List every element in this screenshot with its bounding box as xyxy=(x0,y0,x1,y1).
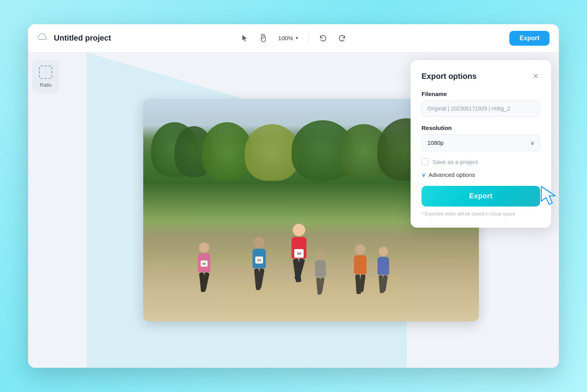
filename-label: Filename xyxy=(422,91,540,97)
export-note: * Exported video will be saved in cloud … xyxy=(422,211,540,217)
advanced-options-label: Advanced options xyxy=(429,171,475,178)
resolution-select[interactable]: 1080p ∨ xyxy=(422,134,540,151)
zoom-level: 100% xyxy=(278,35,293,41)
redo-button[interactable] xyxy=(334,31,349,46)
export-panel-title: Export options xyxy=(422,72,477,81)
filename-input[interactable] xyxy=(422,100,540,117)
hand-tool-button[interactable] xyxy=(256,31,271,46)
resolution-chevron-icon: ∨ xyxy=(530,140,534,146)
project-title: Untitled project xyxy=(54,34,111,43)
export-header-button[interactable]: Export xyxy=(509,31,550,46)
export-panel-header: Export options ✕ xyxy=(422,71,540,81)
advanced-options-row[interactable]: ∨ Advanced options xyxy=(422,171,540,178)
ratio-label: Ratio xyxy=(40,82,52,88)
save-project-row: Save as a project xyxy=(422,158,540,165)
toolbar-divider xyxy=(308,32,309,45)
save-project-label: Save as a project xyxy=(432,159,478,165)
save-project-checkbox[interactable] xyxy=(422,158,429,165)
toolbar-left: Untitled project xyxy=(37,32,205,44)
ratio-button[interactable]: Ratio xyxy=(32,60,59,93)
ratio-icon xyxy=(39,66,52,79)
zoom-selector[interactable]: 100% ▾ xyxy=(275,33,301,43)
left-sidebar: Ratio xyxy=(28,52,63,368)
app-window: Untitled project 100% ▾ xyxy=(28,24,559,368)
toolbar: Untitled project 100% ▾ xyxy=(28,24,559,52)
cloud-icon xyxy=(37,32,48,44)
undo-button[interactable] xyxy=(316,31,331,46)
main-content: Ratio xyxy=(28,52,559,368)
toolbar-right: Export xyxy=(382,31,550,46)
resolution-label: Resolution xyxy=(422,125,540,131)
export-action-button[interactable]: Export xyxy=(422,186,540,207)
export-panel: Export options ✕ Filename Resolution 108… xyxy=(411,60,551,228)
toolbar-center: 100% ▾ xyxy=(210,31,377,46)
pointer-tool-button[interactable] xyxy=(238,31,253,46)
zoom-chevron-icon: ▾ xyxy=(296,36,298,41)
advanced-options-chevron-icon: ∨ xyxy=(422,172,425,178)
close-panel-button[interactable]: ✕ xyxy=(531,71,540,81)
resolution-value: 1080p xyxy=(427,139,444,146)
export-button-container: Export xyxy=(422,186,540,211)
